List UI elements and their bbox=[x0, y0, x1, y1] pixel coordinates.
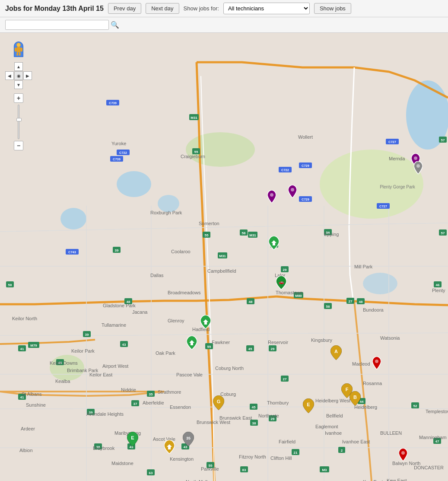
zoom-track[interactable] bbox=[18, 105, 19, 139]
svg-rect-140 bbox=[273, 243, 275, 245]
pan-left-button[interactable]: ◀ bbox=[5, 71, 14, 80]
svg-text:27: 27 bbox=[283, 377, 287, 381]
svg-text:52: 52 bbox=[413, 404, 417, 408]
svg-text:39: 39 bbox=[89, 411, 93, 414]
svg-text:M31: M31 bbox=[191, 116, 197, 120]
map-pin-pin-a[interactable]: A bbox=[330, 345, 342, 361]
pan-up-button[interactable]: ▲ bbox=[14, 62, 23, 71]
map-pin-pin-purple-1[interactable] bbox=[267, 190, 276, 204]
pegman[interactable] bbox=[14, 41, 23, 57]
svg-text:38: 38 bbox=[96, 445, 100, 449]
svg-text:47: 47 bbox=[435, 440, 439, 443]
svg-text:C739: C739 bbox=[113, 157, 121, 161]
zoom-in-button[interactable]: + bbox=[14, 93, 23, 103]
zoom-thumb[interactable] bbox=[16, 118, 22, 121]
map-pin-pin-house-3[interactable] bbox=[187, 336, 197, 351]
svg-text:55: 55 bbox=[194, 150, 198, 154]
search-icon: 🔍 bbox=[111, 21, 119, 29]
svg-text:M31: M31 bbox=[219, 254, 226, 258]
svg-text:A: A bbox=[334, 349, 338, 354]
svg-text:35: 35 bbox=[186, 436, 191, 440]
svg-point-5 bbox=[50, 355, 84, 381]
map-pin-pin-house-5[interactable] bbox=[414, 161, 423, 175]
svg-point-147 bbox=[416, 164, 420, 168]
svg-text:C729: C729 bbox=[302, 164, 309, 168]
svg-text:C739: C739 bbox=[109, 101, 117, 105]
map-pin-pin-e2[interactable]: E bbox=[127, 432, 138, 448]
search-button[interactable]: 🔍 bbox=[111, 21, 119, 29]
svg-text:45: 45 bbox=[248, 347, 252, 351]
svg-text:48: 48 bbox=[359, 300, 363, 304]
svg-text:C727: C727 bbox=[379, 204, 387, 208]
svg-text:E: E bbox=[307, 402, 310, 407]
svg-text:29: 29 bbox=[283, 268, 287, 272]
technician-select[interactable]: All technicians Technician A Technician … bbox=[223, 3, 310, 14]
page-title: Jobs for Monday 13th April 15 bbox=[5, 5, 104, 13]
map-pin-pin-35[interactable]: 35 bbox=[183, 432, 194, 448]
svg-text:E: E bbox=[131, 435, 134, 440]
svg-text:43: 43 bbox=[122, 343, 126, 347]
map-pin-pin-g[interactable]: G bbox=[213, 395, 224, 411]
header: Jobs for Monday 13th April 15 Prev day N… bbox=[0, 0, 448, 17]
svg-text:41: 41 bbox=[20, 347, 24, 351]
map-pin-pin-house-1[interactable] bbox=[269, 236, 279, 251]
svg-text:M79: M79 bbox=[30, 344, 37, 347]
svg-text:39: 39 bbox=[115, 248, 119, 252]
svg-text:48: 48 bbox=[127, 300, 130, 304]
prev-day-button[interactable]: Prev day bbox=[108, 3, 141, 14]
svg-text:F: F bbox=[346, 387, 349, 392]
search-bar: 🔍 bbox=[0, 17, 448, 33]
pan-center-button[interactable]: ◉ bbox=[14, 71, 23, 80]
next-day-button[interactable]: Next day bbox=[146, 3, 179, 14]
svg-text:🚗: 🚗 bbox=[279, 279, 284, 285]
show-jobs-button[interactable]: Show jobs bbox=[314, 3, 351, 14]
svg-text:40: 40 bbox=[58, 361, 62, 365]
map-pin-pin-house-2[interactable] bbox=[200, 315, 211, 330]
svg-text:45: 45 bbox=[252, 405, 256, 409]
svg-rect-155 bbox=[168, 447, 171, 449]
svg-text:C722: C722 bbox=[119, 151, 127, 155]
svg-point-131 bbox=[16, 43, 20, 47]
svg-rect-132 bbox=[16, 47, 20, 53]
map-pin-pin-car-1[interactable]: 🚗 bbox=[276, 276, 286, 291]
svg-text:27: 27 bbox=[349, 299, 353, 303]
map-pin-pin-e1[interactable]: E bbox=[303, 398, 314, 414]
svg-text:Plenty Gorge Park: Plenty Gorge Park bbox=[380, 185, 416, 189]
svg-text:M80: M80 bbox=[295, 294, 302, 298]
svg-rect-145 bbox=[191, 343, 193, 345]
svg-text:58: 58 bbox=[326, 231, 330, 235]
map-pin-pin-b[interactable]: B bbox=[350, 391, 361, 407]
svg-text:48: 48 bbox=[249, 300, 253, 304]
svg-rect-143 bbox=[204, 322, 207, 325]
map-pin-pin-red-2[interactable] bbox=[399, 448, 407, 462]
svg-rect-134 bbox=[19, 52, 21, 55]
svg-text:38: 38 bbox=[252, 421, 256, 425]
svg-text:C729: C729 bbox=[302, 197, 309, 201]
svg-rect-136 bbox=[21, 48, 23, 51]
zoom-out-button[interactable]: − bbox=[14, 141, 23, 150]
svg-text:M31: M31 bbox=[249, 233, 256, 237]
map-container[interactable]: M31 M31 M31 M80 55 55 55 55 C722 C729 C7… bbox=[0, 33, 448, 481]
map-pin-pin-a2[interactable] bbox=[164, 440, 175, 455]
map-controls: ▲ ◀ ◉ ▶ ▼ + − bbox=[5, 41, 32, 150]
svg-text:C722: C722 bbox=[281, 168, 289, 172]
svg-text:C743: C743 bbox=[68, 250, 76, 254]
map-pin-pin-purple-2[interactable] bbox=[288, 185, 297, 199]
svg-text:55: 55 bbox=[209, 464, 213, 468]
svg-text:29: 29 bbox=[271, 347, 275, 351]
svg-point-1 bbox=[320, 150, 423, 219]
pan-right-button[interactable]: ▶ bbox=[23, 71, 32, 80]
nav-pad: ▲ ◀ ◉ ▶ ▼ bbox=[5, 62, 32, 89]
svg-text:58: 58 bbox=[326, 305, 330, 309]
map-pin-pin-red-1[interactable] bbox=[372, 357, 381, 371]
search-input[interactable] bbox=[5, 20, 109, 30]
svg-text:41: 41 bbox=[20, 395, 24, 399]
pan-down-button[interactable]: ▼ bbox=[14, 80, 23, 89]
svg-text:29: 29 bbox=[271, 417, 275, 421]
svg-text:37: 37 bbox=[133, 402, 137, 406]
svg-text:63: 63 bbox=[149, 471, 153, 475]
svg-text:55: 55 bbox=[205, 233, 209, 237]
svg-text:57: 57 bbox=[441, 138, 445, 142]
svg-text:57: 57 bbox=[441, 231, 445, 235]
svg-text:21: 21 bbox=[294, 451, 298, 455]
